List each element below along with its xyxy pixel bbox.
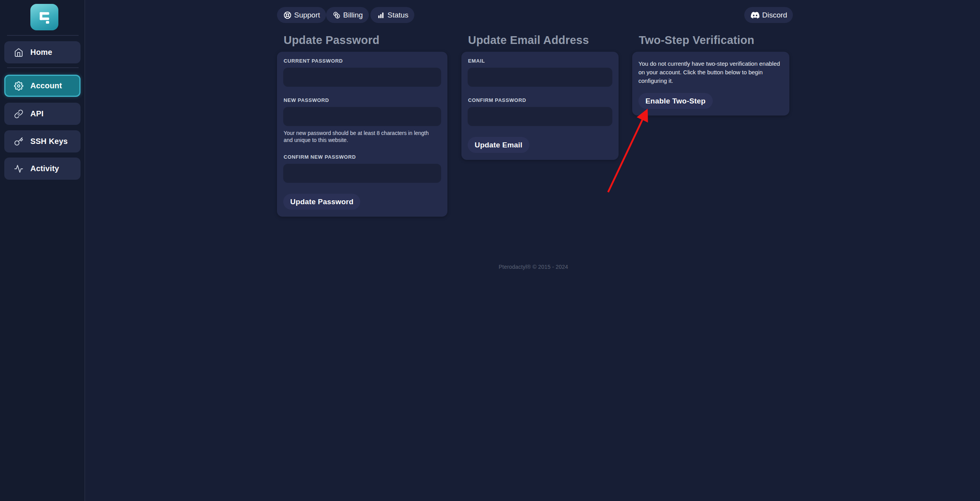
enable-two-step-button[interactable]: Enable Two-Step: [638, 93, 713, 109]
sidebar-divider: [7, 67, 79, 68]
key-icon: [14, 137, 23, 146]
field-label: NEW PASSWORD: [284, 97, 441, 103]
support-button[interactable]: Support: [277, 7, 326, 23]
discord-label: Discord: [762, 11, 787, 19]
two-step-section: Two-Step Verification You do not current…: [632, 33, 789, 116]
sidebar-item-label: API: [30, 109, 44, 118]
update-password-section: Update Password CURRENT PASSWORD NEW PAS…: [277, 33, 447, 217]
sidebar-item-api[interactable]: API: [4, 103, 81, 125]
form-group: CONFIRM NEW PASSWORD: [283, 154, 441, 183]
confirm-password-input[interactable]: [468, 107, 612, 126]
support-label: Support: [294, 11, 320, 19]
billing-label: Billing: [343, 11, 363, 19]
form-group: CURRENT PASSWORD: [283, 58, 441, 87]
discord-icon: [751, 11, 759, 19]
bar-chart-icon: [377, 11, 385, 19]
section-title: Update Password: [284, 33, 447, 47]
sidebar-divider: [7, 35, 79, 36]
home-icon: [14, 48, 23, 57]
discord-button[interactable]: Discord: [744, 7, 793, 23]
form-group: CONFIRM PASSWORD: [468, 97, 612, 126]
update-email-section: Update Email Address EMAIL CONFIRM PASSW…: [461, 33, 619, 160]
field-label: CONFIRM NEW PASSWORD: [284, 154, 441, 160]
status-button[interactable]: Status: [370, 7, 414, 23]
sidebar-item-activity[interactable]: Activity: [4, 158, 81, 180]
sidebar-item-label: Account: [30, 81, 62, 90]
link-icon: [14, 109, 23, 119]
update-password-button[interactable]: Update Password: [283, 194, 360, 210]
section-title: Two-Step Verification: [639, 33, 789, 47]
brand-logo-icon: [36, 9, 53, 26]
update-password-card: CURRENT PASSWORD NEW PASSWORD Your new p…: [277, 52, 447, 217]
sidebar-item-ssh-keys[interactable]: SSH Keys: [4, 130, 81, 152]
two-step-description: You do not currently have two-step verif…: [638, 60, 783, 85]
footer-copyright: Pterodactyl® © 2015 - 2024: [277, 264, 790, 270]
gear-icon: [14, 81, 23, 91]
app-root: Home Account API: [0, 0, 980, 501]
current-password-input[interactable]: [283, 68, 441, 87]
new-password-input[interactable]: [283, 107, 441, 126]
brand-logo[interactable]: [30, 4, 58, 30]
sidebar-item-home[interactable]: Home: [4, 41, 81, 63]
password-help-text: Your new password should be at least 8 c…: [284, 130, 438, 144]
life-ring-icon: [284, 11, 291, 19]
update-email-button[interactable]: Update Email: [468, 137, 529, 153]
billing-button[interactable]: Billing: [326, 7, 369, 23]
email-input[interactable]: [468, 68, 612, 87]
sidebar-item-label: Activity: [30, 164, 59, 173]
sidebar-item-label: Home: [30, 48, 52, 57]
sidebar-item-account[interactable]: Account: [4, 75, 81, 97]
sidebar: Home Account API: [0, 0, 85, 501]
two-step-card: You do not currently have two-step verif…: [632, 52, 789, 116]
field-label: EMAIL: [468, 58, 612, 64]
field-label: CONFIRM PASSWORD: [468, 97, 612, 103]
section-title: Update Email Address: [468, 33, 619, 47]
status-label: Status: [387, 11, 408, 19]
update-email-card: EMAIL CONFIRM PASSWORD Update Email: [461, 52, 619, 160]
coins-icon: [333, 11, 340, 19]
activity-icon: [14, 164, 23, 173]
confirm-new-password-input[interactable]: [283, 164, 441, 183]
sidebar-item-label: SSH Keys: [30, 137, 68, 146]
field-label: CURRENT PASSWORD: [284, 58, 441, 64]
form-group: NEW PASSWORD Your new password should be…: [283, 97, 441, 144]
form-group: EMAIL: [468, 58, 612, 87]
